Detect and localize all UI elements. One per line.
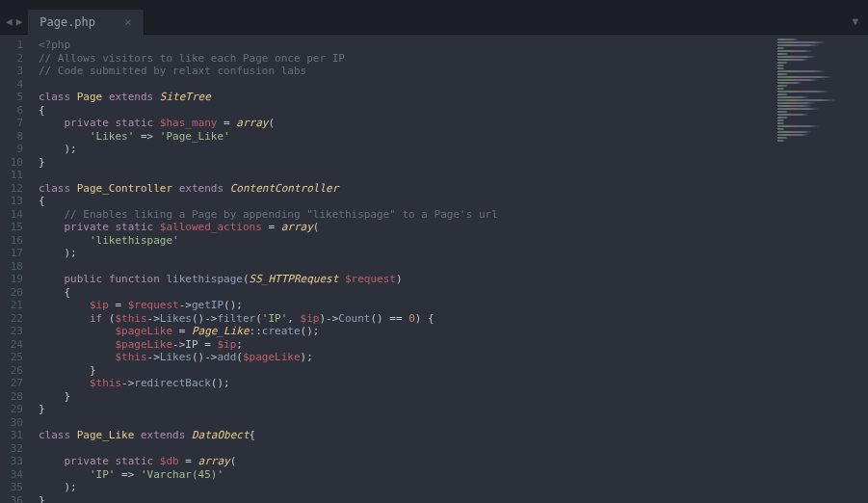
line-number: 32 — [8, 442, 23, 456]
php-open-tag: <?php — [39, 39, 70, 51]
line-number: 25 — [8, 351, 23, 364]
paren: (); — [211, 377, 230, 389]
line-number: 30 — [8, 416, 23, 430]
line-number: 19 — [8, 273, 23, 286]
keyword-private: private — [65, 221, 109, 233]
paren: ( — [313, 221, 320, 233]
class-name: Page_Like — [77, 429, 135, 441]
line-number: 8 — [8, 130, 23, 144]
paren: ( — [255, 312, 262, 325]
line-number: 23 — [8, 325, 23, 338]
string: 'Page_Like' — [160, 130, 230, 143]
paren: ); — [65, 247, 77, 259]
line-number: 9 — [8, 143, 23, 156]
code-area[interactable]: <?php // Allows visitors to like each Pa… — [33, 35, 868, 503]
variable: $request — [128, 299, 179, 311]
line-number: 18 — [8, 260, 23, 274]
brace: } — [39, 494, 45, 504]
brace: } — [39, 403, 45, 415]
line-number: 4 — [8, 78, 23, 92]
line-number: 26 — [8, 364, 23, 378]
method: Likes — [160, 351, 192, 363]
close-icon[interactable]: × — [124, 14, 132, 29]
keyword-public: public — [65, 273, 103, 285]
operator: -> — [204, 312, 217, 325]
paren: ( — [236, 351, 243, 363]
keyword-private: private — [65, 455, 109, 467]
variable: $pageLike — [115, 325, 172, 337]
class-ref: Page_Like — [192, 325, 250, 337]
comment-line: // Code submitted by relaxt confusion la… — [39, 65, 306, 77]
keyword-static: static — [115, 221, 153, 233]
line-number: 17 — [8, 247, 23, 260]
variable: $ip — [301, 312, 320, 325]
line-number: 2 — [8, 52, 23, 66]
paren: ( — [268, 117, 275, 129]
variable: $allowed_actions — [160, 221, 262, 233]
operator: = — [268, 221, 275, 233]
string: 'likethispage' — [90, 234, 179, 247]
class-name: Page_Controller — [77, 182, 172, 195]
keyword-extends: extends — [141, 429, 185, 441]
operator: -> — [147, 312, 160, 325]
line-number: 11 — [8, 169, 23, 182]
paren: ( — [243, 273, 250, 285]
variable: $ip — [217, 338, 236, 351]
tab-prev-icon[interactable]: ◀ — [6, 15, 13, 28]
paren: (); — [301, 325, 320, 337]
method: create — [262, 325, 301, 337]
operator: => — [121, 468, 134, 481]
param-type: SS_HTTPRequest — [250, 273, 339, 285]
tab-overflow-icon[interactable]: ▼ — [852, 15, 868, 28]
tab-nav-arrows: ◀ ▶ — [0, 15, 28, 28]
operator: -> — [172, 338, 185, 351]
function-name: likethispage — [166, 273, 242, 285]
operator: -> — [204, 351, 217, 363]
line-number: 21 — [8, 299, 23, 312]
tab-next-icon[interactable]: ▶ — [16, 15, 23, 28]
variable: $pageLike — [115, 338, 172, 351]
operator: = — [115, 299, 121, 311]
line-number: 27 — [8, 377, 23, 390]
tab-bar: ◀ ▶ Page.php × ▼ — [0, 10, 868, 35]
line-number: 35 — [8, 481, 23, 494]
brace: { — [65, 286, 71, 299]
operator: -> — [121, 377, 134, 389]
operator: = — [224, 117, 230, 129]
line-number: 7 — [8, 117, 23, 130]
paren: ( — [230, 455, 237, 467]
tab-active[interactable]: Page.php × — [28, 10, 145, 35]
brace: { — [428, 312, 434, 325]
class-name: Page — [77, 91, 103, 103]
line-number: 24 — [8, 338, 23, 352]
method: getIP — [192, 299, 224, 311]
line-number-gutter: 1234567891011121314151617181920212223242… — [0, 35, 33, 503]
variable: $ip — [90, 299, 109, 311]
variable: $this — [115, 312, 146, 325]
method: redirectBack — [134, 377, 210, 389]
operator: = — [185, 455, 192, 467]
line-number: 1 — [8, 39, 23, 52]
comment-line: // Enables liking a Page by appending "l… — [65, 208, 498, 221]
variable: $this — [115, 351, 146, 363]
paren: (); — [224, 299, 243, 311]
keyword-private: private — [65, 117, 109, 129]
operator: => — [141, 130, 153, 143]
method: add — [217, 351, 236, 363]
line-number: 31 — [8, 429, 23, 442]
operator: -> — [326, 312, 338, 325]
line-number: 28 — [8, 390, 23, 404]
line-number: 12 — [8, 182, 23, 196]
line-number: 36 — [8, 494, 23, 504]
variable: $has_many — [160, 117, 218, 129]
method: Count — [338, 312, 370, 325]
comment-line: // Allows visitors to like each Page onc… — [39, 52, 345, 65]
keyword-class: class — [39, 182, 70, 195]
line-number: 33 — [8, 455, 23, 468]
variable: $this — [90, 377, 121, 389]
operator: = — [179, 325, 186, 337]
variable: $db — [160, 455, 179, 467]
line-number: 10 — [8, 156, 23, 170]
brace: { — [39, 195, 45, 207]
parent-class: SiteTree — [160, 91, 211, 103]
